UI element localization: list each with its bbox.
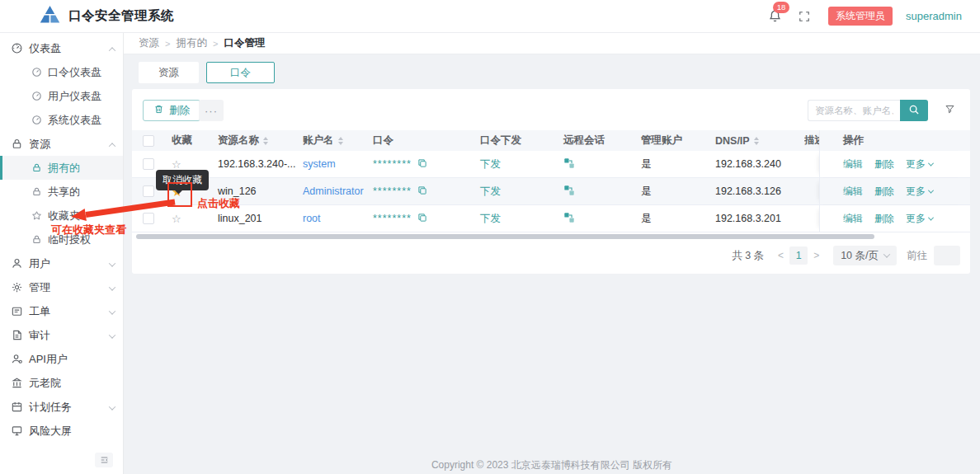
- page-size-select[interactable]: 10 条/页: [833, 246, 897, 265]
- current-username[interactable]: superadmin: [906, 10, 962, 22]
- tab-passwords[interactable]: 口令: [206, 62, 275, 83]
- delete-button[interactable]: 删除: [143, 100, 200, 121]
- dns-ip: 192.168.3.240: [715, 158, 781, 170]
- tab-resources[interactable]: 资源: [139, 62, 199, 83]
- chevron-down-icon: [928, 187, 934, 193]
- lock-icon: [30, 162, 43, 175]
- role-badge: 系统管理员: [828, 7, 893, 26]
- more-link[interactable]: 更多: [906, 212, 933, 226]
- more-link[interactable]: 更多: [906, 157, 933, 171]
- dns-ip: 192.168.3.126: [715, 185, 781, 197]
- remote-session-icon[interactable]: [563, 212, 575, 226]
- sidebar-item-favorites[interactable]: 收藏夹: [0, 204, 123, 228]
- column-account: 账户名: [303, 134, 334, 148]
- star-icon: [30, 209, 43, 223]
- sidebar-item-scheduled-tasks[interactable]: 计划任务: [0, 395, 123, 419]
- sidebar-collapse-icon[interactable]: [95, 453, 113, 467]
- remote-session-icon[interactable]: [563, 185, 575, 199]
- sidebar-item-user-dashboard[interactable]: 用户仪表盘: [0, 84, 123, 108]
- sort-icon[interactable]: [263, 137, 268, 145]
- pagination-prev-button[interactable]: <: [772, 250, 789, 261]
- column-description: 描述: [804, 134, 819, 148]
- account-link[interactable]: Administrator: [303, 185, 364, 197]
- page-root: 口令安全管理系统 18 系统管理员 superadmin: [0, 0, 980, 474]
- row-checkbox[interactable]: [143, 213, 154, 224]
- dns-ip: 192.168.3.201: [715, 213, 781, 224]
- sidebar-item-dashboard[interactable]: 仪表盘: [0, 36, 123, 60]
- tab-bar: 资源 口令: [139, 62, 275, 83]
- sidebar-item-system-dashboard[interactable]: 系统仪表盘: [0, 108, 123, 132]
- table-header: 收藏 资源名称 账户名 口令 口令下发 远程会话 管理账户 DNS/IP 描述 …: [132, 130, 970, 151]
- edit-link[interactable]: 编辑: [843, 212, 863, 226]
- delete-button-label: 删除: [169, 104, 190, 118]
- more-link[interactable]: 更多: [906, 185, 933, 199]
- sidebar-item-password-dashboard[interactable]: 口令仪表盘: [0, 60, 123, 84]
- pagination-page-1[interactable]: 1: [789, 246, 808, 265]
- pagination-next-button[interactable]: >: [808, 250, 825, 261]
- notification-bell-icon[interactable]: 18: [766, 7, 784, 26]
- delete-link[interactable]: 删除: [874, 185, 894, 199]
- issue-link[interactable]: 下发: [480, 185, 501, 199]
- sidebar-item-work-orders[interactable]: 工单: [0, 299, 123, 323]
- more-link-label: 更多: [906, 212, 926, 226]
- sort-icon[interactable]: [338, 137, 343, 145]
- column-password: 口令: [373, 134, 393, 148]
- table-row: win_126 Administrator ******** 下发: [132, 178, 970, 205]
- breadcrumb-separator: >: [165, 39, 170, 49]
- top-bar: 口令安全管理系统 18 系统管理员 superadmin: [0, 0, 980, 33]
- batch-more-button[interactable]: ···: [199, 100, 224, 121]
- top-right-cluster: 18 系统管理员 superadmin: [766, 7, 980, 26]
- lock-icon: [30, 185, 43, 199]
- password-masked: ********: [373, 213, 412, 224]
- sidebar-item-risk-screen[interactable]: 风险大屏: [0, 419, 123, 443]
- sidebar-item-audit[interactable]: 审计: [0, 323, 123, 347]
- app-logo-icon: [40, 6, 60, 26]
- favorite-star-icon[interactable]: [172, 214, 181, 224]
- edit-link[interactable]: 编辑: [843, 157, 863, 171]
- sidebar-item-label: 审计: [29, 328, 50, 343]
- search-input[interactable]: [808, 100, 900, 121]
- row-checkbox[interactable]: [143, 158, 154, 170]
- select-all-checkbox[interactable]: [143, 135, 154, 147]
- api-user-icon: [10, 353, 23, 366]
- sidebar-item-senate[interactable]: 元老院: [0, 371, 123, 395]
- resource-name: linux_201: [218, 213, 262, 224]
- sidebar-item-label: 口令仪表盘: [48, 65, 101, 80]
- copy-icon[interactable]: [417, 185, 427, 198]
- issue-link[interactable]: 下发: [480, 212, 501, 226]
- gauge-icon: [30, 114, 43, 127]
- breadcrumb-item[interactable]: 资源: [139, 36, 159, 50]
- row-checkbox[interactable]: [143, 185, 154, 197]
- copy-icon[interactable]: [417, 158, 427, 171]
- copy-icon[interactable]: [417, 213, 427, 225]
- horizontal-scrollbar[interactable]: [136, 234, 874, 239]
- delete-link[interactable]: 删除: [874, 212, 894, 226]
- breadcrumb-item[interactable]: 拥有的: [176, 36, 207, 50]
- sidebar-item-label: 工单: [29, 304, 50, 319]
- sidebar-item-api-users[interactable]: API用户: [0, 347, 123, 371]
- breadcrumb: 资源 > 拥有的 > 口令管理: [124, 33, 980, 54]
- sidebar-item-temp-auth[interactable]: 临时授权: [0, 228, 123, 251]
- sidebar-item-owned[interactable]: 拥有的: [0, 156, 123, 180]
- account-link[interactable]: root: [303, 213, 321, 224]
- issue-link[interactable]: 下发: [480, 157, 501, 171]
- goto-page-input[interactable]: [934, 246, 960, 265]
- sidebar-item-resources[interactable]: 资源: [0, 132, 123, 156]
- breadcrumb-separator: >: [213, 39, 218, 49]
- remote-session-icon[interactable]: [563, 157, 575, 171]
- favorite-star-filled-icon[interactable]: [172, 185, 182, 198]
- search-button[interactable]: [900, 100, 928, 121]
- sort-icon[interactable]: [754, 137, 759, 145]
- filter-button[interactable]: [938, 100, 961, 121]
- edit-link[interactable]: 编辑: [843, 185, 863, 199]
- column-actions: 操作: [843, 134, 864, 148]
- fullscreen-icon[interactable]: [795, 7, 813, 26]
- account-link[interactable]: system: [303, 158, 336, 170]
- sidebar-item-label: 风险大屏: [29, 424, 72, 439]
- delete-link[interactable]: 删除: [874, 157, 894, 171]
- risk-screen-icon: [10, 425, 23, 438]
- sidebar-item-shared[interactable]: 共享的: [0, 180, 123, 204]
- favorite-star-icon[interactable]: [172, 159, 181, 170]
- sidebar-item-users[interactable]: 用户: [0, 251, 123, 275]
- sidebar-item-management[interactable]: 管理: [0, 275, 123, 299]
